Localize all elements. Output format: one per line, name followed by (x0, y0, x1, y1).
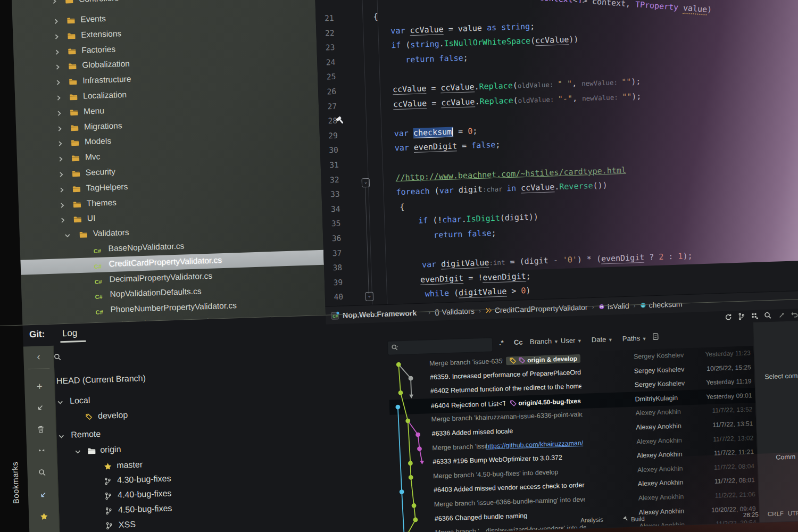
folder-icon (73, 215, 82, 226)
branch-4.30-bug-fixes[interactable]: 4.30-bug-fixes (57, 477, 58, 491)
commit-date: 11/7/22, 13:52 (683, 406, 752, 415)
code-token: newValue: (582, 93, 622, 102)
chevron-right-icon[interactable] (59, 186, 65, 195)
line-separator[interactable]: CRLF (768, 510, 784, 517)
code-token: ? (644, 252, 659, 262)
branch-develop[interactable]: develop (55, 412, 56, 426)
code-token: ; (526, 271, 531, 281)
commit-details-panel: Select commit to Comm (753, 320, 798, 522)
commit-search-input[interactable] (387, 337, 493, 355)
commit-message-text: Merge branch 'issue-6336-point-validity'… (432, 442, 486, 451)
branch-master[interactable]: master (57, 462, 57, 476)
branch-4.40-bug-fixes[interactable]: 4.40-bug-fixes (58, 492, 59, 505)
go-to-hash-icon[interactable] (652, 332, 661, 342)
group-remote[interactable]: Remote (56, 430, 56, 444)
commit-message: #6403 Added missed vendor access check t… (434, 481, 585, 494)
line-number: 23 (317, 43, 335, 52)
group-local[interactable]: Local (55, 396, 55, 410)
code-token: ); (631, 77, 641, 87)
branch-label: Local (70, 395, 90, 405)
remote-origin[interactable]: origin (56, 446, 57, 460)
zoom-icon[interactable] (763, 311, 772, 320)
match-case-toggle[interactable]: Cc (514, 338, 523, 346)
chevron-right-icon[interactable] (54, 48, 61, 57)
fold-marker-icon[interactable]: ⌄ (365, 292, 374, 301)
chevron-right-icon[interactable] (51, 0, 58, 6)
caret-position[interactable]: 28:25 (743, 511, 759, 518)
chevron-right-icon[interactable] (53, 32, 60, 42)
navigate-arrow-icon[interactable] (36, 487, 51, 503)
code-token: ); (683, 251, 693, 261)
tree-item-label: Globalization (82, 59, 130, 70)
chevron-down-icon[interactable] (57, 398, 64, 408)
commit-message: Merge branch 'issue-6336-point-validity'… (432, 439, 583, 451)
fold-marker-icon[interactable]: ⌄ (362, 178, 370, 187)
chevron-right-icon[interactable] (55, 94, 62, 103)
checkout-arrow-icon[interactable] (32, 400, 48, 415)
line-number: 29 (320, 131, 338, 140)
refresh-icon[interactable] (724, 312, 733, 321)
chevron-right-icon[interactable] (56, 124, 63, 134)
commit-link[interactable]: https://github.com/khairuzzaman/ (486, 439, 584, 450)
code-token: in (506, 184, 521, 194)
chevron-right-icon[interactable] (58, 170, 65, 180)
line-number: 38 (324, 263, 343, 272)
pin-icon[interactable] (34, 443, 49, 458)
chevron-right-icon[interactable] (59, 201, 66, 210)
chevron-right-icon[interactable] (57, 155, 64, 164)
navigate-icon[interactable] (777, 311, 786, 320)
branch-head[interactable]: HEAD (Current Branch) (54, 376, 55, 389)
search-icon[interactable] (53, 353, 62, 367)
chevron-right-icon[interactable] (53, 17, 60, 27)
chevron-right-icon[interactable] (57, 139, 64, 149)
tree-item-label: Themes (87, 197, 117, 208)
branch-icon (104, 477, 111, 487)
code-token: ; (495, 140, 501, 149)
commit-list[interactable]: Merge branch 'issue-6359-increase-perfor… (388, 346, 760, 532)
folder-icon (70, 123, 79, 134)
search-icon[interactable] (35, 465, 50, 480)
selected-identifier: checksum (413, 127, 454, 138)
code-text: evenDigit = !evenDigit; (420, 271, 531, 285)
filter-date[interactable]: Date ▼ (592, 335, 613, 344)
chevron-right-icon[interactable] (60, 216, 66, 226)
line-number: 32 (321, 175, 339, 184)
add-icon[interactable]: + (32, 379, 47, 394)
file-encoding[interactable]: UTF-8 (788, 510, 798, 517)
folder-icon (68, 62, 77, 72)
undo-icon[interactable] (790, 310, 798, 319)
chevron-down-icon[interactable] (74, 447, 81, 457)
ref-tag[interactable]: origin & develop (506, 354, 580, 365)
line-number: 21 (315, 14, 334, 23)
tab-log[interactable]: Log (62, 328, 78, 339)
commit-author: Sergey Koshelev (634, 365, 685, 375)
delete-icon[interactable] (33, 421, 48, 437)
chevron-down-icon[interactable] (58, 432, 65, 442)
code-editor[interactable]: 2 ext methods2 exposing APIs override bo… (315, 0, 798, 306)
chevron-right-icon[interactable] (55, 78, 62, 88)
filter-paths[interactable]: Paths ▼ (622, 334, 647, 343)
chevron-down-icon[interactable] (64, 231, 71, 241)
favorites-star-icon[interactable] (36, 509, 52, 524)
folder-icon (79, 231, 88, 241)
analysis-widget[interactable]: Analysis (580, 517, 603, 523)
tree-item-label: Controllers (79, 0, 119, 4)
regex-toggle[interactable]: .* (499, 339, 504, 347)
build-widget[interactable]: Build (623, 515, 645, 522)
tree-item-label: TagHelpers (86, 182, 128, 193)
code-token: ccValue (393, 84, 427, 95)
ide-window: Bookmarks ControllersEventsExtensionsFac… (0, 0, 798, 532)
branch-XSS[interactable]: XSS (59, 521, 60, 532)
code-token: (! (433, 215, 443, 226)
collapse-chevron-icon[interactable]: ‹ (31, 349, 46, 364)
view-options-icon[interactable] (750, 312, 759, 321)
chevron-right-icon[interactable] (56, 109, 63, 119)
chevron-right-icon[interactable] (54, 63, 61, 72)
code-token: ()) (593, 180, 608, 190)
branch-4.50-bug-fixes[interactable]: 4.50-bug-fixes (59, 506, 59, 520)
filter-branch[interactable]: Branch ▼ (530, 337, 559, 346)
code-token: ) * ( (577, 254, 602, 264)
filter-user[interactable]: User ▼ (561, 336, 582, 345)
code-token: ccValue (410, 24, 444, 36)
branch-icon[interactable] (737, 312, 746, 321)
